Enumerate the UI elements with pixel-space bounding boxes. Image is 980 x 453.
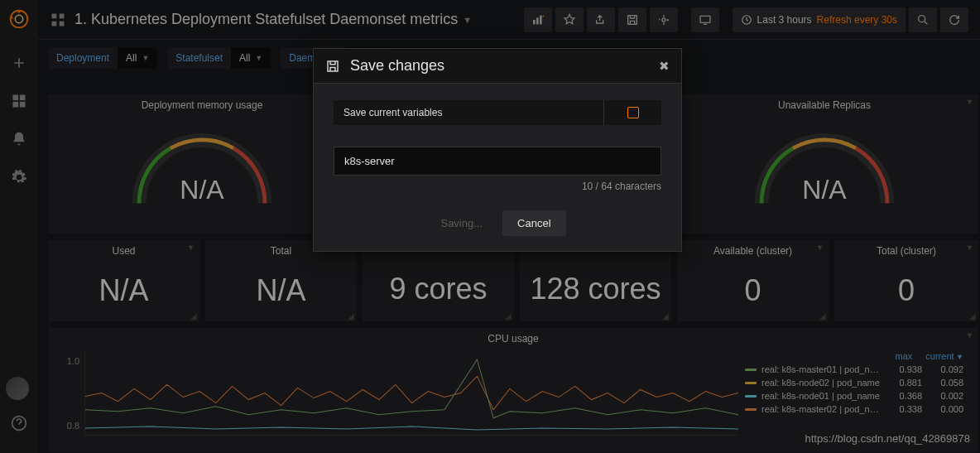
modal-header: Save changes ✖ <box>314 49 681 84</box>
save-icon <box>325 59 340 74</box>
save-changes-modal: Save changes ✖ Save current variables 10… <box>313 48 682 252</box>
checkbox-icon <box>627 107 639 118</box>
modal-footer: Saving... Cancel <box>314 205 681 251</box>
save-variables-toggle[interactable] <box>603 100 661 125</box>
save-variables-row: Save current variables <box>334 100 661 125</box>
close-icon[interactable]: ✖ <box>659 59 670 74</box>
dashboard-name-input[interactable] <box>334 147 661 176</box>
save-variables-label: Save current variables <box>334 100 603 125</box>
saving-indicator: Saving... <box>429 210 494 236</box>
svg-rect-20 <box>328 61 338 71</box>
cancel-button[interactable]: Cancel <box>502 210 565 236</box>
modal-body: Save current variables 10 / 64 character… <box>314 84 681 205</box>
character-count: 10 / 64 characters <box>334 181 661 192</box>
watermark-text: https://blog.csdn.net/qq_42869878 <box>805 432 971 445</box>
modal-title: Save changes <box>350 57 444 75</box>
